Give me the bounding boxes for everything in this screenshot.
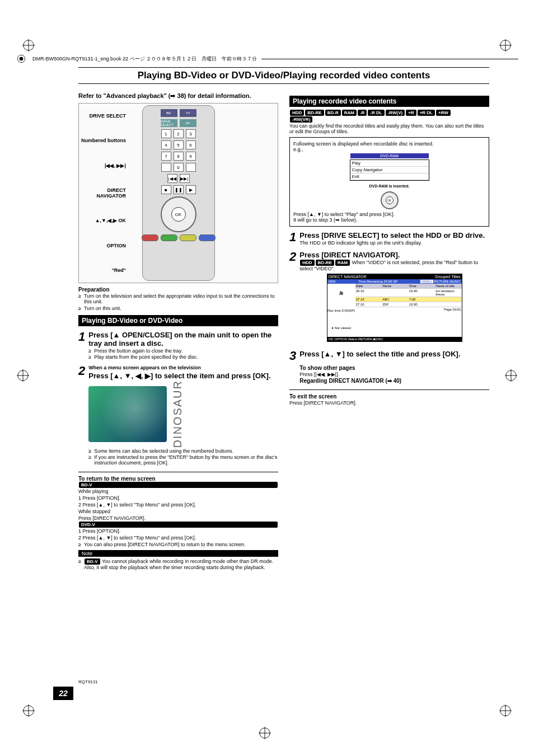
return-line: 2 Press [▲, ▼] to select "Top Menu" and … <box>78 535 278 541</box>
drive-select-key: DRIVE SELECT <box>161 119 177 127</box>
note-tag: Note <box>78 550 278 557</box>
red-key <box>142 234 158 241</box>
remote-label: Numbered buttons <box>81 138 126 143</box>
step-number: 3 <box>289 350 296 362</box>
numkey: 4 <box>161 140 171 149</box>
green-key <box>161 234 177 241</box>
return-line: 2 Press [▲, ▼] to select "Top Menu" and … <box>78 502 278 508</box>
step-text: Press [DIRECT NAVIGATOR]. <box>299 251 489 259</box>
bd-v-tag: BD-V <box>79 482 278 488</box>
remote-label: |◀◀, ▶▶| <box>81 163 126 168</box>
return-line: 1 Press [OPTION]. <box>78 495 278 501</box>
ref-text: Refer to "Advanced playback" (➡ 38) for … <box>78 92 278 100</box>
numkey: 6 <box>186 140 196 149</box>
step-subhead: When a menu screen appears on the televi… <box>88 365 278 370</box>
numkey: 0 <box>174 163 184 172</box>
numkey <box>161 163 171 172</box>
note-line: BD-V You cannot playback while recording… <box>78 558 278 570</box>
header-text: DMR-BW500GN-RQT9131-1_eng.book 22 ページ ２０… <box>32 55 257 63</box>
numkey <box>186 163 196 172</box>
remote-label: "Red" <box>81 267 126 273</box>
skip-back-icon: |◀◀ <box>167 174 177 183</box>
intro-text: You can quickly find the recorded titles… <box>289 123 489 134</box>
prep-bullet: Turn on this unit. <box>78 306 278 311</box>
return-line: Press [DIRECT NAVIGATOR]. <box>78 515 278 521</box>
bd-v-tag: BD-V <box>85 558 100 565</box>
popup-menu: Play Copy Navigator Exit <box>350 159 429 181</box>
step-number: 2 <box>78 365 85 377</box>
step-number: 2 <box>289 251 296 263</box>
inserted-disc-box: Following screen is displayed when recor… <box>289 137 489 227</box>
svg-point-22 <box>20 57 24 61</box>
dvd-ram-bar: DVD-RAM <box>350 153 429 158</box>
step-sub: HDDBD-RERAM When "VIDEO" is not selected… <box>299 260 489 271</box>
remote-label: ▲,▼,◀,▶ OK <box>81 218 126 223</box>
bd-power-icon: BD <box>161 109 177 117</box>
step-number: 1 <box>78 331 85 343</box>
numkey: 3 <box>186 129 196 138</box>
reg-mark <box>259 727 271 739</box>
step-bullet: If you are instructed to press the "ENTE… <box>88 454 278 466</box>
other-pages-line: Press [|◀◀, ▶▶|]. <box>299 372 489 377</box>
play-icon: ▶ <box>186 185 196 194</box>
prep-bullet: Turn on the television and select the ap… <box>78 293 278 304</box>
av-key: AV <box>180 119 196 127</box>
reg-mark <box>505 369 517 382</box>
reg-mark <box>17 369 29 382</box>
dvd-v-tag: DVD-V <box>79 522 278 528</box>
exit-line: Press [DIRECT NAVIGATOR]. <box>289 400 489 406</box>
numkey: 7 <box>161 152 171 161</box>
page-title: Playing BD-Video or DVD-Video/Playing re… <box>78 67 489 84</box>
remote-label: DRIVE SELECT <box>81 113 126 119</box>
numkey: 5 <box>174 140 184 149</box>
step-bullet: Press the button again to close the tray… <box>88 348 278 354</box>
return-line: 1 Press [OPTION]. <box>78 528 278 534</box>
remote-figure: DRIVE SELECT Numbered buttons |◀◀, ▶▶| D… <box>78 103 278 283</box>
ok-button-icon: OK <box>171 207 186 222</box>
remote-label: OPTION <box>81 243 126 248</box>
other-pages-heading: To show other pages <box>299 365 489 371</box>
return-bullet: You can also press [DIRECT NAVIGATOR] to… <box>78 542 278 547</box>
reg-mark <box>499 705 512 717</box>
dinosaur-label: DINOSAUR <box>171 380 184 448</box>
numkey: 1 <box>161 129 171 138</box>
dinosaur-image <box>88 386 167 442</box>
page-number: 22 <box>53 687 73 700</box>
step-text: Press [▲, ▼, ◀, ▶] to select the item an… <box>88 372 278 380</box>
step-text: Press [DRIVE SELECT] to select the HDD o… <box>299 231 489 240</box>
numkey: 8 <box>174 152 184 161</box>
return-line: While stopped <box>78 509 278 514</box>
step-bullet: Some items can also be selected using th… <box>88 448 278 454</box>
skip-fwd-icon: ▶▶| <box>180 174 190 183</box>
doc-code: RQT9131 <box>78 679 98 684</box>
yellow-key <box>180 234 196 241</box>
preparation-heading: Preparation <box>78 287 278 293</box>
reg-mark <box>22 705 35 717</box>
section-heading: Playing BD-Video or DVD-Video <box>78 315 278 326</box>
nav-wheel: OK <box>161 196 196 232</box>
numkey: 2 <box>174 129 184 138</box>
ok-dial-icon: OK <box>381 191 399 209</box>
step-number: 1 <box>289 231 296 243</box>
step-bullet: Play starts from the point specified by … <box>88 354 278 360</box>
step-sub: The HDD or BD indicator lights up on the… <box>299 240 489 246</box>
blue-key <box>199 234 216 241</box>
section-heading: Playing recorded video contents <box>289 96 489 107</box>
exit-heading: To exit the screen <box>289 393 489 400</box>
tv-power-icon: TV <box>180 109 196 117</box>
direct-navigator-figure: DIRECT NAVIGATORGrouped Titles HDDTime R… <box>327 274 462 342</box>
framemaker-header: DMR-BW500GN-RQT9131-1_eng.book 22 ページ ２０… <box>16 53 518 64</box>
return-heading: To return to the menu screen <box>78 476 278 482</box>
media-tags: HDDBD-REBD-RRAM-R-R DL-RW(V)+R+R DL+RW-R… <box>289 109 489 123</box>
numkey: 9 <box>186 152 196 161</box>
return-line: While playing <box>78 489 278 494</box>
step-text: Press [▲, ▼] to select the title and pre… <box>299 350 489 358</box>
disc-inserted-msg: DVD-RAM is inserted. <box>293 184 485 188</box>
reg-mark <box>22 39 35 51</box>
regarding-heading: Regarding DIRECT NAVIGATOR (➡ 40) <box>299 378 489 384</box>
pause-icon: ❚❚ <box>174 185 184 194</box>
remote-label: DIRECT NAVIGATOR <box>81 187 126 199</box>
stop-icon: ■ <box>161 185 171 194</box>
reg-mark <box>499 39 512 51</box>
step-text: Press [▲ OPEN/CLOSE] on the main unit to… <box>88 331 278 348</box>
